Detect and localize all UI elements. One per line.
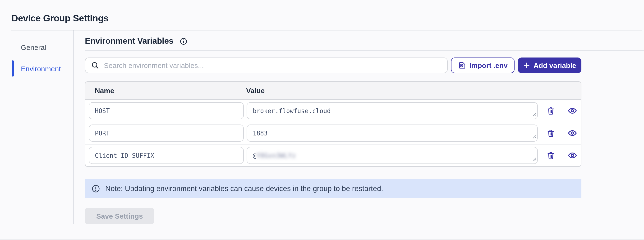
variable-name-input[interactable] (89, 125, 244, 142)
table-row: broker.flowfuse.cloud (85, 100, 581, 122)
reveal-value-button[interactable] (568, 151, 577, 160)
page-title: Device Group Settings (0, 0, 644, 24)
delete-variable-button[interactable] (546, 129, 555, 138)
delete-variable-button[interactable] (546, 106, 555, 115)
resize-handle[interactable] (532, 133, 536, 140)
masked-value-text: Y8Gxn3WLYz (256, 152, 296, 159)
delete-variable-button[interactable] (546, 151, 555, 160)
row-actions (541, 106, 581, 115)
active-indicator-bar (12, 60, 14, 76)
column-header-name: Name (85, 86, 243, 95)
variable-name-input[interactable] (89, 102, 244, 119)
alert-circle-icon (92, 184, 100, 193)
column-header-value: Value (243, 86, 538, 95)
environment-panel: Environment Variables (74, 30, 644, 224)
sidebar-item-general[interactable]: General (12, 39, 73, 56)
search-input[interactable] (104, 61, 442, 69)
resize-handle[interactable] (532, 111, 536, 118)
note-banner: Note: Updating environment variables can… (85, 179, 582, 198)
info-icon[interactable] (180, 37, 187, 45)
trash-icon (546, 106, 555, 115)
resize-handle[interactable] (532, 155, 536, 163)
save-settings-button[interactable]: Save Settings (85, 208, 154, 224)
eye-icon (568, 151, 577, 160)
variable-value-textarea[interactable]: 1883 (246, 125, 538, 142)
variable-value-textarea[interactable]: @ Y8Gxn3WLYz (246, 147, 538, 164)
table-row: 1883 (85, 122, 581, 144)
eye-icon (568, 106, 577, 115)
table-row: @ Y8Gxn3WLYz (85, 144, 581, 166)
trash-icon (546, 129, 555, 138)
sidebar-item-environment[interactable]: Environment (12, 60, 73, 77)
variable-name-input[interactable] (89, 147, 244, 164)
row-actions (541, 151, 581, 160)
settings-content: General Environment Environment Variable… (0, 30, 644, 224)
reveal-value-button[interactable] (568, 128, 577, 138)
reveal-value-button[interactable] (568, 106, 577, 115)
row-actions (541, 128, 581, 138)
settings-sidebar: General Environment (0, 30, 74, 224)
eye-icon (568, 128, 577, 138)
sidebar-item-label: General (21, 43, 46, 51)
section-divider (85, 50, 644, 51)
document-download-icon (458, 61, 466, 69)
variable-value-textarea[interactable]: broker.flowfuse.cloud (246, 102, 538, 119)
variable-value-text: 1883 (253, 130, 268, 137)
env-variables-table: Name Value broker.flowfuse.cloud (85, 81, 582, 167)
search-icon (91, 61, 99, 69)
section-heading-row: Environment Variables (85, 36, 644, 46)
note-text: Note: Updating environment variables can… (105, 184, 383, 193)
import-env-label: Import .env (469, 61, 508, 69)
add-variable-label: Add variable (534, 61, 576, 69)
device-group-settings-page: Device Group Settings General Environmen… (0, 0, 644, 240)
plus-icon (523, 62, 530, 69)
import-env-button[interactable]: Import .env (451, 58, 514, 73)
search-box[interactable] (85, 58, 448, 73)
variable-value-prefix: @ (253, 152, 256, 159)
add-variable-button[interactable]: Add variable (518, 58, 582, 73)
variable-value-text: broker.flowfuse.cloud (253, 107, 331, 114)
sidebar-item-label: Environment (21, 64, 61, 72)
env-controls-row: Import .env Add variable (85, 58, 582, 73)
section-heading: Environment Variables (85, 36, 173, 46)
trash-icon (546, 151, 555, 160)
table-header-row: Name Value (85, 82, 581, 100)
